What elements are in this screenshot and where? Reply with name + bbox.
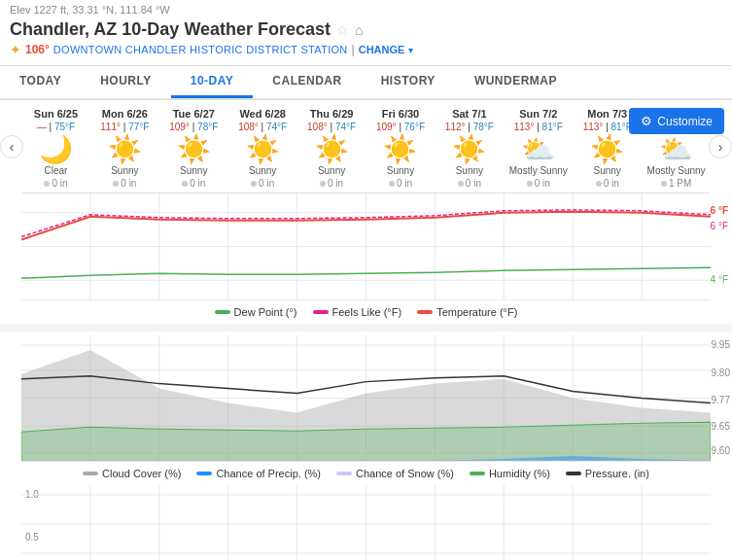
day-temps: 113° | 81°F	[505, 122, 571, 132]
sun-icon: ✦	[10, 42, 21, 57]
low-temp: 74°F	[335, 122, 356, 132]
precip-dot	[596, 181, 602, 187]
low-temp: 78°F	[197, 122, 218, 132]
weather-icon: ☀️	[436, 136, 502, 163]
star-icon[interactable]: ☆	[336, 22, 349, 38]
customize-label: Customize	[657, 115, 713, 128]
legend-label: Dew Point (°)	[234, 306, 297, 318]
day-temps: 108° | 74°F	[299, 122, 365, 132]
tab-10day[interactable]: 10-DAY	[171, 66, 254, 98]
precip-amount: 0 in	[575, 178, 640, 189]
precip-value: 0 in	[466, 178, 481, 189]
weather-icon: 🌙	[23, 136, 88, 163]
precip-amount: 0 in	[230, 178, 296, 189]
precip-legend-item: Humidity (%)	[470, 468, 550, 479]
day-col-2: Tue 6/27 109° | 78°F ☀️ Sunny 0 in	[159, 108, 228, 189]
precip-legend-item: Chance of Snow (%)	[336, 468, 454, 479]
precip-value: 0 in	[52, 178, 67, 189]
high-temp: 109°	[169, 122, 190, 132]
high-temp: 108°	[307, 122, 328, 132]
day-header: Mon 6/26	[92, 108, 157, 120]
high-temp: 113°	[514, 122, 535, 132]
precip-value: 0 in	[121, 178, 136, 189]
precip-legend-swatch	[566, 472, 581, 475]
small-chart-wrapper: 1.0 0.5 0 in (1:00 PM-2:00 PM)	[0, 485, 732, 560]
customize-button[interactable]: ⚙ Customize	[629, 108, 724, 134]
precip-value: 0 in	[397, 178, 412, 189]
precip-value: 0 in	[328, 178, 343, 189]
tab-calendar[interactable]: CALENDAR	[253, 66, 361, 98]
day-desc: Mostly Sunny	[644, 165, 709, 176]
precip-legend-label: Chance of Snow (%)	[356, 468, 454, 479]
day-col-1: Mon 6/26 111° | 77°F ☀️ Sunny 0 in	[90, 108, 159, 189]
precip-legend-item: Cloud Cover (%)	[83, 468, 181, 479]
tab-today[interactable]: TODAY	[0, 66, 81, 98]
precip-chart-svg	[21, 335, 711, 461]
tab-hourly[interactable]: HOURLY	[81, 66, 171, 98]
chart-legend: Dew Point (°)Feels Like (°F)Temperature …	[0, 300, 732, 324]
high-temp: 108°	[238, 122, 259, 132]
precip-value: 0 in	[190, 178, 205, 189]
day-col-6: Sat 7/1 112° | 78°F ☀️ Sunny 0 in	[435, 108, 504, 189]
low-temp: 76°F	[404, 122, 425, 132]
change-link[interactable]: CHANGE	[359, 44, 405, 55]
small-chart	[21, 485, 711, 560]
weather-icon: ⛅	[505, 136, 571, 163]
legend-color-swatch	[215, 310, 230, 314]
svg-marker-29	[21, 460, 711, 461]
elevation-text: Elev 1227 ft, 33.31 °N, 111.84 °W	[10, 4, 722, 16]
tab-history[interactable]: HISTORY	[362, 66, 455, 98]
precip-amount: 0 in	[161, 178, 227, 189]
precip-dot	[320, 181, 326, 187]
divider: |	[352, 43, 355, 56]
precip-dot	[113, 181, 119, 187]
legend-color-swatch	[313, 310, 329, 314]
high-temp: 112°	[445, 122, 466, 132]
page-title: Chandler, AZ 10-Day Weather Forecast	[10, 19, 331, 40]
precip-value: 0 in	[259, 178, 274, 189]
day-desc: Sunny	[368, 165, 434, 176]
weather-icon: ☀️	[161, 136, 227, 163]
precip-legend-swatch	[336, 472, 352, 475]
weather-icon: ☀️	[575, 136, 640, 163]
forecast-container: ‹ › Sun 6/25 — | 75°F 🌙 Clear 0 in Mon 6…	[0, 100, 732, 193]
forecast-table: Sun 6/25 — | 75°F 🌙 Clear 0 in Mon 6/26 …	[21, 100, 711, 193]
nav-tabs: TODAY HOURLY 10-DAY CALENDAR HISTORY WUN…	[0, 66, 732, 100]
precip-dot	[44, 181, 50, 187]
precip-legend-swatch	[196, 472, 212, 475]
precip-dot	[527, 181, 533, 187]
temperature-chart-wrapper: 100 F 50 F 106 °F 106 °F 44 °F	[0, 193, 732, 300]
precip-legend-item: Chance of Precip. (%)	[196, 468, 321, 479]
precip-legend-label: Pressure. (in)	[585, 468, 649, 479]
section-divider	[0, 324, 732, 332]
high-temp: 113°	[583, 122, 604, 132]
small-chart-svg	[21, 485, 711, 560]
high-temp: 111°	[100, 122, 121, 132]
legend-label: Temperature (°F)	[436, 306, 517, 318]
precip-amount: 0 in	[92, 178, 157, 189]
day-temps: 109° | 76°F	[368, 122, 434, 132]
content-area: ⚙ Customize ‹ › Sun 6/25 — | 75°F 🌙 Clea…	[0, 100, 732, 560]
temp-chart-svg	[21, 193, 711, 299]
day-col-5: Fri 6/30 109° | 76°F ☀️ Sunny 0 in	[366, 108, 436, 189]
precip-legend-swatch	[83, 472, 98, 475]
day-header: Sun 7/2	[505, 108, 571, 120]
next-arrow[interactable]: ›	[709, 135, 732, 158]
precip-value: 0 in	[535, 178, 550, 189]
temp-badge: 106°	[25, 43, 50, 56]
precip-legend-swatch	[470, 472, 485, 475]
weather-icon: ☀️	[368, 136, 434, 163]
tab-wundermap[interactable]: WUNDERMAP	[455, 66, 576, 98]
day-header: Thu 6/29	[299, 108, 365, 120]
day-desc: Sunny	[299, 165, 365, 176]
legend-label: Feels Like (°F)	[332, 306, 402, 318]
home-icon[interactable]: ⌂	[355, 22, 363, 38]
high-temp: —	[37, 122, 47, 132]
day-col-7: Sun 7/2 113° | 81°F ⛅ Mostly Sunny 0 in	[504, 108, 573, 189]
day-desc: Sunny	[436, 165, 502, 176]
day-col-4: Thu 6/29 108° | 74°F ☀️ Sunny 0 in	[297, 108, 366, 189]
day-temps: 112° | 78°F	[436, 122, 502, 132]
precip-legend: Cloud Cover (%)Chance of Precip. (%)Chan…	[0, 462, 732, 485]
prev-arrow[interactable]: ‹	[0, 135, 23, 158]
high-temp: 109°	[376, 122, 397, 132]
